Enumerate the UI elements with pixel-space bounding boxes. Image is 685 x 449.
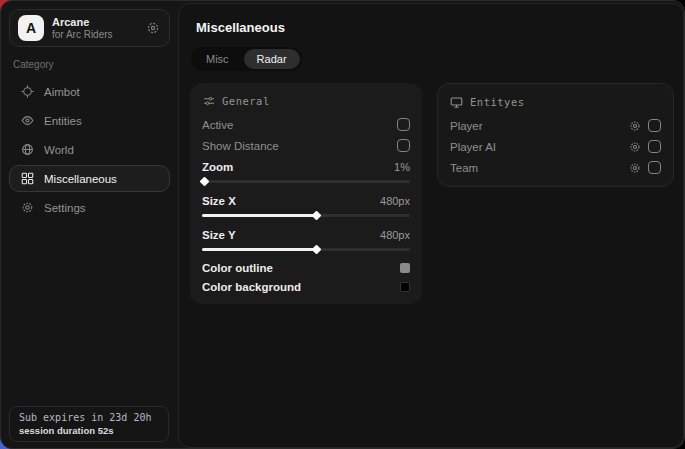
slider-label-row: Size X 480px xyxy=(202,190,410,211)
zoom-slider[interactable] xyxy=(202,177,410,186)
sidebar-item-aimbot[interactable]: Aimbot xyxy=(9,78,170,105)
slider-label: Size X xyxy=(202,195,236,207)
grid-icon xyxy=(20,172,34,186)
color-outline-row: Color outline xyxy=(202,258,410,277)
size-y-slider-group: Size Y 480px xyxy=(202,224,410,254)
show-distance-checkbox[interactable] xyxy=(397,139,410,152)
slider-fill xyxy=(202,214,316,217)
sync-icon[interactable] xyxy=(145,20,161,36)
slider-label: Size Y xyxy=(202,229,236,241)
slider-value: 480px xyxy=(380,195,410,207)
account-text: Arcane for Arc Riders xyxy=(52,16,137,40)
color-label: Color outline xyxy=(202,262,273,274)
crosshair-icon xyxy=(20,85,34,99)
app-logo: A xyxy=(18,15,44,41)
slider-fill xyxy=(202,248,316,251)
slider-track xyxy=(202,180,410,183)
general-card-header: General xyxy=(202,92,410,110)
sidebar-item-label: Aimbot xyxy=(44,86,80,98)
team-checkbox[interactable] xyxy=(648,161,661,174)
slider-value: 1% xyxy=(394,161,410,173)
gear-icon[interactable] xyxy=(629,141,641,153)
cards-row: General Active Show Distance Zoom 1% xyxy=(190,83,683,304)
general-card: General Active Show Distance Zoom 1% xyxy=(190,83,422,304)
eye-icon xyxy=(20,114,34,128)
app-subtitle: for Arc Riders xyxy=(52,29,137,41)
sidebar-nav: Aimbot Entities xyxy=(9,78,170,221)
account-card: A Arcane for Arc Riders xyxy=(9,9,170,47)
sidebar-item-miscellaneous[interactable]: Miscellaneous xyxy=(9,165,170,192)
entity-controls xyxy=(629,140,661,153)
monitor-icon xyxy=(450,96,463,109)
category-label: Category xyxy=(13,59,170,70)
entity-controls xyxy=(629,119,661,132)
entity-row-player-ai: Player AI xyxy=(450,136,661,157)
player-ai-checkbox[interactable] xyxy=(648,140,661,153)
slider-thumb[interactable] xyxy=(200,177,210,187)
general-card-title: General xyxy=(222,95,270,107)
entity-row-team: Team xyxy=(450,157,661,178)
main-panel: Miscellaneous Misc Radar Gene xyxy=(178,3,684,448)
tab-misc[interactable]: Misc xyxy=(193,49,242,69)
sidebar-item-entities[interactable]: Entities xyxy=(9,107,170,134)
screen: A Arcane for Arc Riders Category xyxy=(0,0,685,449)
entity-label: Player AI xyxy=(450,141,496,153)
entity-label: Player xyxy=(450,120,483,132)
tab-radar[interactable]: Radar xyxy=(244,49,300,69)
slider-label-row: Size Y 480px xyxy=(202,224,410,245)
sidebar-item-label: Settings xyxy=(44,202,86,214)
sidebar: A Arcane for Arc Riders Category xyxy=(1,1,178,448)
color-outline-swatch[interactable] xyxy=(400,263,410,273)
entities-card-header: Entityes xyxy=(450,93,661,111)
toggle-row-active: Active xyxy=(202,114,410,135)
entity-label: Team xyxy=(450,162,478,174)
sidebar-item-label: Miscellaneous xyxy=(44,173,117,185)
color-background-row: Color background xyxy=(202,277,410,296)
slider-label-row: Zoom 1% xyxy=(202,156,410,177)
session-duration-text: session duration 52s xyxy=(19,425,159,436)
zoom-slider-group: Zoom 1% xyxy=(202,156,410,186)
entity-row-player: Player xyxy=(450,115,661,136)
toggle-label: Active xyxy=(202,119,233,131)
entities-card-title: Entityes xyxy=(470,96,525,108)
subscription-card: Sub expires in 23d 20h session duration … xyxy=(9,406,169,442)
size-y-slider[interactable] xyxy=(202,245,410,254)
size-x-slider-group: Size X 480px xyxy=(202,190,410,220)
slider-value: 480px xyxy=(380,229,410,241)
sidebar-item-label: World xyxy=(44,144,74,156)
gear-icon[interactable] xyxy=(629,120,641,132)
page-title: Miscellaneous xyxy=(196,20,683,35)
toggle-row-show-distance: Show Distance xyxy=(202,135,410,156)
entities-card: Entityes Player xyxy=(437,83,674,187)
tab-group: Misc Radar xyxy=(191,47,302,71)
sidebar-item-world[interactable]: World xyxy=(9,136,170,163)
app-window: A Arcane for Arc Riders Category xyxy=(0,0,685,449)
entity-controls xyxy=(629,161,661,174)
gear-icon xyxy=(20,201,34,215)
color-background-swatch[interactable] xyxy=(400,282,410,292)
player-checkbox[interactable] xyxy=(648,119,661,132)
globe-icon xyxy=(20,143,34,157)
active-checkbox[interactable] xyxy=(397,118,410,131)
sliders-icon xyxy=(202,95,215,108)
size-x-slider[interactable] xyxy=(202,211,410,220)
toggle-label: Show Distance xyxy=(202,140,279,152)
sidebar-item-settings[interactable]: Settings xyxy=(9,194,170,221)
color-label: Color background xyxy=(202,281,301,293)
slider-label: Zoom xyxy=(202,161,233,173)
app-name: Arcane xyxy=(52,16,137,29)
sub-expires-text: Sub expires in 23d 20h xyxy=(19,412,159,423)
sidebar-item-label: Entities xyxy=(44,115,82,127)
gear-icon[interactable] xyxy=(629,162,641,174)
slider-thumb[interactable] xyxy=(312,211,322,221)
slider-thumb[interactable] xyxy=(312,245,322,255)
